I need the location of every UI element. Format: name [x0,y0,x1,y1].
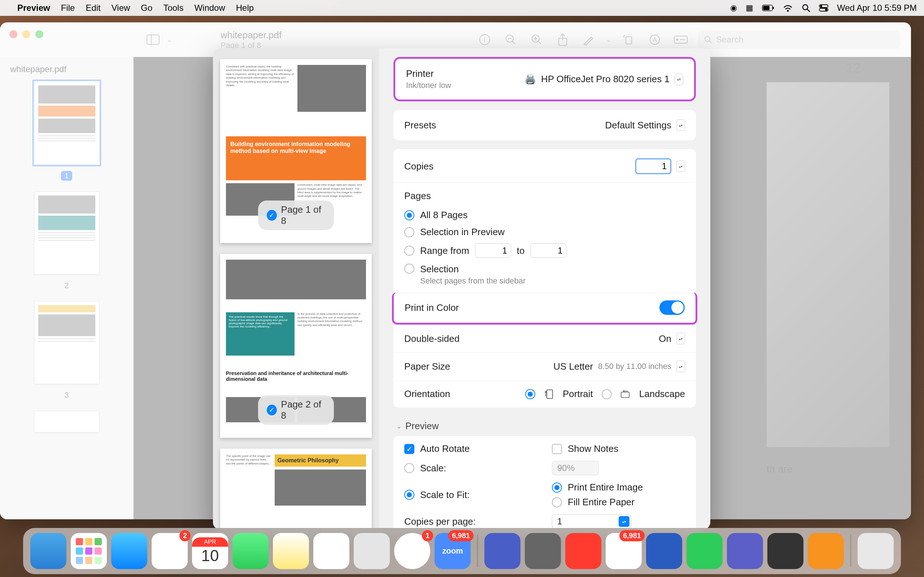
presets-value: Default Settings [605,120,671,131]
dock-separator [477,535,478,567]
scale-input[interactable] [552,461,599,475]
dock-notes[interactable] [273,533,309,569]
landscape-radio[interactable] [602,389,612,399]
dock-trash[interactable] [858,533,894,569]
dock-excel[interactable] [687,533,723,569]
dock-teams[interactable] [727,533,763,569]
copies-per-label: Copies per page: [404,516,476,527]
color-toggle[interactable] [659,300,685,315]
paper-select[interactable]: US Letter 8.50 by 11.00 inches ▴▾ [553,361,685,372]
menubar: Preview File Edit View Go Tools Window H… [0,0,924,16]
print-settings-column: Printer Ink/toner low 🖨️ HP OfficeJet Pr… [379,48,710,529]
dock-calendar[interactable]: APR10 [192,533,228,569]
scale-radio[interactable] [404,463,414,473]
menu-go[interactable]: Go [141,3,152,13]
fill-paper-radio[interactable] [552,497,562,508]
preview-page-1[interactable]: Combined with practical cases, the build… [220,59,372,243]
dock-zoom[interactable]: zoom6,981 [435,533,471,569]
preview-section-toggle[interactable]: ⌄Preview [393,416,696,436]
menu-file[interactable]: File [61,3,75,13]
color-label: Print in Color [405,302,459,313]
presets-group: Presets Default Settings ▴▾ [393,110,696,140]
battery-icon[interactable] [762,5,774,11]
auto-rotate-label: Auto Rotate [420,443,470,455]
printer-group: Printer Ink/toner low 🖨️ HP OfficeJet Pr… [393,57,696,102]
scale-fit-radio[interactable] [404,490,414,500]
copies-stepper[interactable]: ▴▾ [677,161,685,172]
double-sided-label: Double-sided [404,333,459,344]
chevron-down-icon: ⌄ [396,422,402,430]
app-name[interactable]: Preview [17,3,50,13]
dock-app2[interactable] [525,533,561,569]
select-arrows-icon: ▴▾ [619,516,630,527]
range-from-input[interactable] [475,243,511,258]
preview-page-3[interactable]: The specific point of the image can be r… [220,449,372,529]
pages-selection-label: Selection [420,264,525,275]
printer-value: HP OfficeJet Pro 8020 series 1 [541,74,670,85]
itch-icon[interactable]: ▦ [746,3,753,13]
paper-value: US Letter [553,361,593,372]
control-center-icon[interactable] [819,4,828,11]
printer-select[interactable]: 🖨️ HP OfficeJet Pro 8020 series 1 ▴▾ [525,74,683,85]
portrait-radio[interactable] [525,389,535,399]
double-sided-select[interactable]: On ▴▾ [659,333,685,344]
show-notes-label: Show Notes [568,443,618,455]
print-entire-label: Print Entire Image [568,482,643,493]
updown-icon: ▴▾ [677,119,685,131]
preview-page-2-label: ✓Page 2 of 8 [258,395,334,425]
pages-range-radio[interactable] [404,246,414,256]
svg-point-32 [544,391,546,393]
dock-word[interactable] [646,533,682,569]
dock-mail[interactable]: 6,981 [606,533,642,569]
dock-freeform[interactable] [313,533,349,569]
print-entire-radio[interactable] [552,482,562,493]
pages-all-radio[interactable] [404,210,414,220]
dock-finder[interactable] [30,533,66,569]
pages-selection-preview-radio[interactable] [404,227,414,237]
menu-window[interactable]: Window [194,3,225,13]
dock-app3[interactable] [767,533,803,569]
orientation-label: Orientation [404,388,450,400]
range-to-label: to [517,245,525,256]
pages-all-label: All 8 Pages [420,210,468,221]
dock-settings[interactable] [354,533,390,569]
menu-tools[interactable]: Tools [163,3,183,13]
wifi-icon[interactable] [783,4,793,12]
preview-page-2[interactable]: The practical results show that through … [220,254,372,438]
copies-input[interactable] [635,158,671,174]
grammarly-icon[interactable]: ◉ [730,3,737,13]
pages-selection-preview-label: Selection in Preview [420,226,505,238]
paper-label: Paper Size [404,361,450,372]
pages-selection-radio[interactable] [404,264,414,274]
pages-range-label: Range from [420,245,469,256]
dock-messages[interactable] [233,533,268,569]
landscape-label: Landscape [639,388,685,400]
menu-help[interactable]: Help [236,3,254,13]
range-to-input[interactable] [531,243,567,258]
main-settings-group: Copies ▴▾ Pages All 8 Pages Selection in… [393,149,696,408]
menu-edit[interactable]: Edit [86,3,100,13]
printer-status: Ink/toner low [406,81,451,90]
preview-orange-title: Building environment information modelin… [226,136,366,180]
double-sided-value: On [659,333,671,344]
fill-paper-label: Fill Entire Paper [568,496,635,508]
auto-rotate-checkbox[interactable] [404,444,414,454]
dock-safari[interactable] [111,533,147,569]
pages-selection-hint: Select pages from the sidebar [420,276,525,285]
printer-color-icon: 🖨️ [525,74,536,85]
dock-acrobat[interactable] [565,533,601,569]
dock-app4[interactable] [808,533,844,569]
svg-rect-1 [763,6,769,10]
copies-label: Copies [404,161,433,172]
dock-photos[interactable]: 2 [152,533,188,569]
menu-view[interactable]: View [111,3,130,13]
dock-launchpad[interactable] [71,533,107,569]
dock-chrome[interactable]: 1 [394,533,430,569]
dock-app1[interactable] [485,533,520,569]
presets-select[interactable]: Default Settings ▴▾ [605,119,685,131]
presets-label: Presets [404,120,436,131]
copies-per-select[interactable]: 1▴▾ [552,514,631,529]
menubar-clock[interactable]: Wed Apr 10 5:59 PM [837,3,917,13]
spotlight-icon[interactable] [802,3,810,12]
show-notes-checkbox[interactable] [552,444,562,454]
